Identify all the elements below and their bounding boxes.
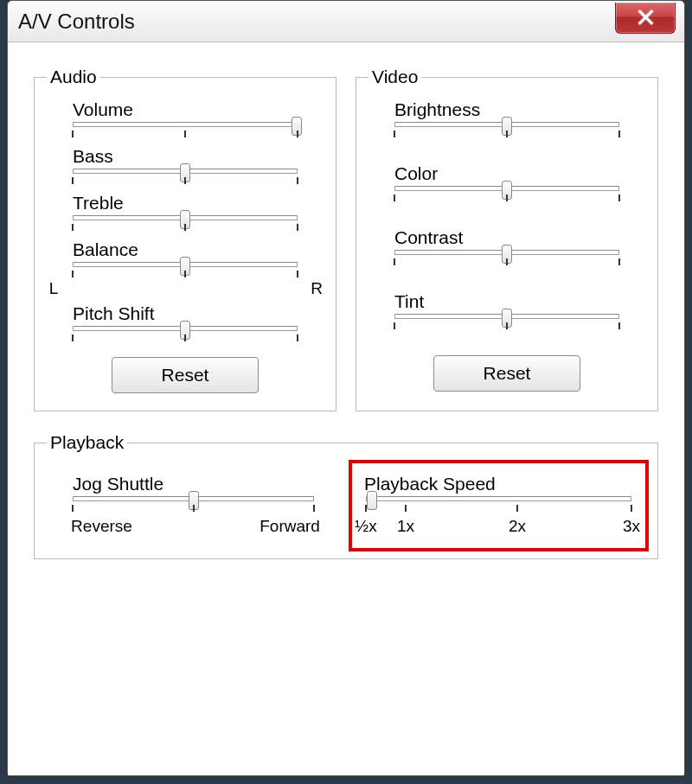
close-icon <box>638 10 653 25</box>
tint-slider[interactable] <box>394 314 619 319</box>
balance-left-label: L <box>49 279 59 298</box>
video-legend: Video <box>368 67 421 87</box>
audio-legend: Audio <box>47 67 100 87</box>
bass-slider[interactable] <box>73 169 298 174</box>
jog-shuttle-slider[interactable] <box>73 496 314 501</box>
speed-tick <box>405 505 407 512</box>
video-reset-button[interactable]: Reset <box>433 355 580 392</box>
balance-block: Balance L R <box>50 239 320 298</box>
playback-group: Playback Jog Shuttle <box>34 432 658 559</box>
balance-right-label: R <box>311 279 323 298</box>
window-title: A/V Controls <box>18 10 135 34</box>
brightness-block: Brightness <box>372 99 642 141</box>
brightness-slider[interactable] <box>394 122 619 127</box>
jog-shuttle-block: Jog Shuttle Reverse <box>50 474 336 536</box>
jog-forward-label: Forward <box>260 517 320 536</box>
playback-speed-block: Playback Speed ½x1x2x3x <box>356 474 642 536</box>
playback-legend: Playback <box>47 432 127 453</box>
contrast-block: Contrast <box>372 227 642 269</box>
treble-block: Treble <box>50 193 320 234</box>
playback-speed-slider[interactable] <box>366 496 631 501</box>
titlebar: A/V Controls <box>8 1 684 42</box>
volume-block: Volume <box>50 99 320 141</box>
jog-reverse-label: Reverse <box>71 517 132 536</box>
tint-block: Tint <box>372 291 642 333</box>
contrast-slider[interactable] <box>394 250 619 255</box>
client-area: Audio Volume Bass <box>8 42 684 775</box>
pitch-shift-block: Pitch Shift <box>50 303 320 345</box>
av-controls-window: A/V Controls Audio Volume <box>7 0 685 776</box>
playback-speed-col: Playback Speed ½x1x2x3x <box>356 460 642 541</box>
speed-tick-label: 2x <box>509 517 526 536</box>
audio-group: Audio Volume Bass <box>34 67 336 411</box>
pitch-shift-slider[interactable] <box>73 326 298 331</box>
balance-slider[interactable] <box>73 262 298 267</box>
volume-slider[interactable] <box>73 122 298 127</box>
treble-slider[interactable] <box>73 215 298 220</box>
playback-speed-label: Playback Speed <box>356 474 642 494</box>
bass-block: Bass <box>50 146 320 188</box>
color-slider[interactable] <box>394 186 619 191</box>
speed-tick-label: ½x <box>355 517 376 536</box>
color-block: Color <box>372 163 642 205</box>
speed-tick-label: 3x <box>623 517 640 536</box>
jog-shuttle-col: Jog Shuttle Reverse <box>50 460 336 541</box>
speed-tick <box>365 505 367 512</box>
speed-tick-label: 1x <box>397 517 414 536</box>
close-button[interactable] <box>615 3 676 34</box>
volume-label: Volume <box>50 99 320 120</box>
speed-tick <box>516 505 518 512</box>
audio-reset-button[interactable]: Reset <box>112 357 259 393</box>
video-group: Video Brightness <box>356 67 658 411</box>
speed-tick <box>631 505 632 512</box>
